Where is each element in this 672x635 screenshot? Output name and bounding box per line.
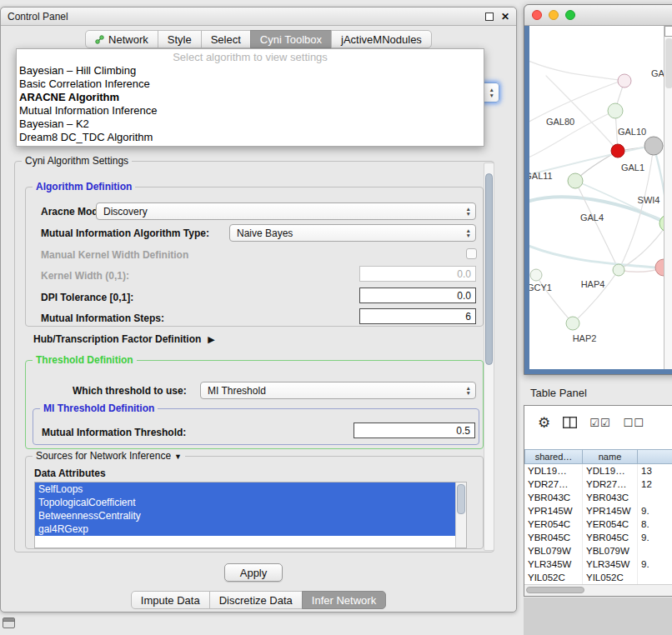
gear-icon[interactable]: ⚙ bbox=[538, 414, 550, 432]
sources-title: Sources for Network Inference bbox=[36, 450, 171, 462]
algorithm-option[interactable]: ARACNE Algorithm bbox=[17, 91, 484, 104]
table-row[interactable]: YPR145WYPR145W9. bbox=[524, 504, 672, 518]
bottom-tab-discretize-data[interactable]: Discretize Data bbox=[209, 591, 303, 609]
table-row[interactable]: YER054CYER054C8. bbox=[524, 518, 672, 531]
close-window-button[interactable] bbox=[532, 10, 542, 20]
table-cell bbox=[638, 571, 672, 584]
algorithm-option[interactable]: Basic Correlation Inference bbox=[17, 78, 484, 91]
deselect-all-checkboxes-icon[interactable]: ☐☐ bbox=[624, 417, 644, 429]
network-node[interactable] bbox=[644, 137, 663, 155]
network-node-label: SWI4 bbox=[638, 195, 660, 205]
settings-group-title: Cyni Algorithm Settings bbox=[22, 155, 132, 167]
data-attributes-list[interactable]: SelfLoopsTopologicalCoefficientBetweenne… bbox=[34, 482, 467, 548]
expand-arrow-icon: ▶ bbox=[208, 334, 214, 345]
table-cell: 12 bbox=[638, 478, 672, 491]
network-edge[interactable] bbox=[529, 244, 664, 269]
mi-threshold-field[interactable]: 0.5 bbox=[354, 422, 475, 438]
table-horizontal-scrollbar[interactable] bbox=[524, 584, 672, 596]
mi-algorithm-type-combobox[interactable]: Naive Bayes ▲▼ bbox=[229, 224, 476, 242]
cyni-algorithm-settings-group: Cyni Algorithm Settings Algorithm Defini… bbox=[14, 161, 494, 552]
bottom-tab-infer-network[interactable]: Infer Network bbox=[302, 591, 386, 609]
minimize-window-button[interactable] bbox=[549, 10, 559, 20]
restore-panel-icon[interactable] bbox=[3, 618, 15, 628]
algorithm-definition-group: Algorithm Definition Aracne Mode: Discov… bbox=[25, 187, 484, 327]
table-row[interactable]: YBR043CYBR043C bbox=[524, 491, 672, 504]
settings-scrollbar[interactable] bbox=[484, 162, 494, 551]
threshold-combobox[interactable]: MI Threshold ▲▼ bbox=[200, 382, 476, 399]
columns-icon[interactable] bbox=[563, 417, 577, 428]
column-header-2[interactable] bbox=[638, 449, 672, 464]
control-panel-window: Control Panel ✕ NetworkStyleSelectCyni T… bbox=[0, 7, 517, 612]
manual-kernel-width-checkbox[interactable] bbox=[466, 248, 477, 259]
network-edge[interactable] bbox=[546, 76, 618, 151]
tab-select[interactable]: Select bbox=[201, 30, 251, 48]
tab-style[interactable]: Style bbox=[158, 30, 202, 48]
attributes-scrollbar-thumb[interactable] bbox=[457, 484, 465, 514]
network-node[interactable] bbox=[655, 259, 664, 276]
table-row[interactable]: YBR045CYBR045C9. bbox=[524, 531, 672, 544]
table-row[interactable]: YIL052CYIL052C bbox=[524, 571, 672, 584]
mi-steps-field[interactable]: 6 bbox=[359, 308, 476, 324]
attributes-scrollbar[interactable] bbox=[455, 482, 466, 548]
mi-threshold-label: Mutual Information Threshold: bbox=[42, 426, 186, 439]
network-node[interactable] bbox=[530, 269, 542, 281]
network-edge[interactable] bbox=[573, 270, 619, 323]
control-panel-titlebar[interactable]: Control Panel ✕ bbox=[1, 8, 516, 26]
network-node-label: HAP2 bbox=[573, 333, 597, 343]
select-all-checkboxes-icon[interactable]: ☑☑ bbox=[589, 417, 610, 429]
network-edge[interactable] bbox=[575, 181, 619, 270]
table-row[interactable]: YDR27…YDR27…12 bbox=[524, 478, 672, 491]
float-window-icon[interactable] bbox=[485, 12, 494, 21]
network-canvas[interactable]: GAL8GAL80GAL10GAL11GAL1SWI4GAL4GCY1HAP4Y… bbox=[529, 26, 664, 371]
column-header-0[interactable]: shared… bbox=[524, 449, 583, 464]
apply-button-label: Apply bbox=[240, 567, 268, 579]
bottom-tab-impute-data[interactable]: Impute Data bbox=[131, 591, 210, 609]
algorithm-definition-title: Algorithm Definition bbox=[33, 181, 135, 192]
sources-group-title[interactable]: Sources for Network Inference▼ bbox=[33, 450, 185, 462]
attribute-item[interactable]: gal4RGexp bbox=[35, 522, 456, 536]
kernel-width-field[interactable]: 0.0 bbox=[359, 266, 476, 282]
network-node[interactable] bbox=[613, 264, 624, 276]
attribute-item[interactable]: SelfLoops bbox=[35, 482, 456, 496]
table-row[interactable]: YLR345WYLR345W9. bbox=[524, 558, 672, 571]
network-node[interactable] bbox=[608, 103, 623, 118]
network-node-label: HAP4 bbox=[581, 279, 605, 289]
hub-definition-toggle[interactable]: Hub/Transcription Factor Definition ▶ bbox=[33, 333, 215, 345]
apply-button[interactable]: Apply bbox=[224, 563, 283, 582]
attribute-item[interactable]: TopologicalCoefficient bbox=[35, 496, 456, 509]
network-node[interactable] bbox=[568, 173, 583, 188]
network-node[interactable] bbox=[611, 144, 624, 158]
table-row[interactable]: YDL19…YDL19…13 bbox=[524, 464, 672, 478]
network-scrollbar-thumb[interactable] bbox=[665, 38, 672, 88]
network-node[interactable] bbox=[618, 74, 631, 88]
network-scrollbar[interactable] bbox=[664, 26, 672, 369]
table-cell: YLR345W bbox=[583, 558, 638, 571]
threshold-definition-group: Threshold Definition Which threshold to … bbox=[25, 360, 484, 449]
tab-network[interactable]: Network bbox=[85, 30, 158, 48]
close-panel-icon[interactable]: ✕ bbox=[501, 12, 509, 22]
dpi-tolerance-value: 0.0 bbox=[457, 290, 471, 302]
algorithm-option[interactable]: Mutual Information Inference bbox=[17, 104, 484, 118]
network-edge[interactable] bbox=[654, 146, 664, 223]
tab-label: Discretize Data bbox=[219, 594, 293, 607]
zoom-window-button[interactable] bbox=[565, 10, 575, 20]
algorithm-option[interactable]: Dream8 DC_TDC Algorithm bbox=[17, 131, 484, 144]
network-node-label: GAL80 bbox=[546, 117, 574, 127]
network-edge[interactable] bbox=[529, 59, 624, 81]
tab-cyni-toolbox[interactable]: Cyni Toolbox bbox=[250, 30, 332, 48]
combo-arrows-icon: ▲▼ bbox=[466, 228, 471, 238]
algorithm-option[interactable]: Bayesian – Hill Climbing bbox=[17, 64, 484, 78]
scroll-corner-box[interactable] bbox=[664, 26, 672, 37]
algorithm-option[interactable]: Bayesian – K2 bbox=[17, 118, 484, 131]
network-window-titlebar[interactable] bbox=[524, 5, 672, 26]
aracne-mode-combobox[interactable]: Discovery ▲▼ bbox=[96, 202, 476, 220]
table-row[interactable]: YBL079WYBL079W bbox=[524, 544, 672, 558]
kernel-width-label: Kernel Width (0,1): bbox=[41, 269, 129, 282]
tab-jactivemnodules[interactable]: jActiveMNodules bbox=[331, 30, 432, 48]
column-header-1[interactable]: name bbox=[583, 449, 638, 464]
settings-scrollbar-thumb[interactable] bbox=[485, 173, 493, 365]
dpi-tolerance-field[interactable]: 0.0 bbox=[359, 288, 476, 303]
network-node[interactable] bbox=[566, 317, 579, 330]
table-hscroll-thumb[interactable] bbox=[526, 587, 584, 593]
attribute-item[interactable]: BetweennessCentrality bbox=[35, 509, 456, 522]
